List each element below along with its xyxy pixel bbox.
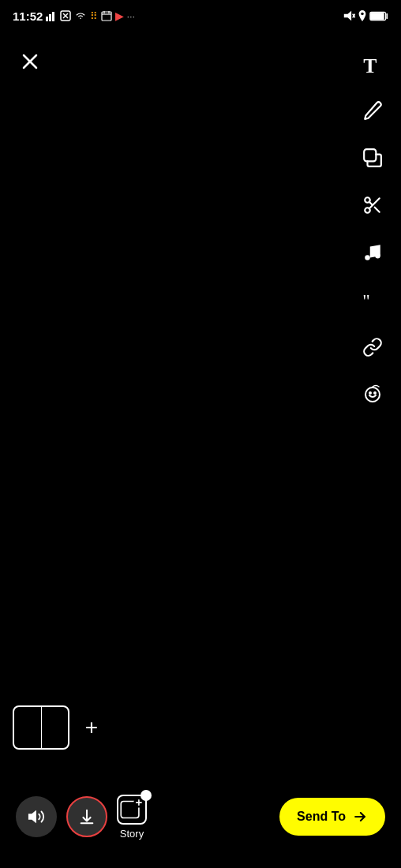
- calendar-icon: [101, 10, 112, 21]
- thumbnail-left: [14, 707, 42, 748]
- thumbnail-strip: +: [13, 705, 104, 750]
- mute-icon: [343, 10, 355, 21]
- svg-point-28: [365, 255, 370, 260]
- battery-icon: [369, 11, 388, 21]
- youtube-icon: ▶: [115, 10, 123, 22]
- wifi-icon: [74, 11, 87, 21]
- svg-rect-0: [46, 17, 48, 21]
- svg-point-31: [365, 387, 380, 402]
- close-button[interactable]: [16, 47, 44, 76]
- status-left: 11:52 ⠿ ▶ ···: [13, 9, 135, 23]
- svg-rect-15: [371, 13, 384, 20]
- signal-icon: [46, 10, 57, 21]
- music-tool-button[interactable]: [357, 237, 388, 268]
- svg-text:": ": [362, 290, 370, 311]
- svg-line-27: [369, 202, 373, 205]
- svg-point-29: [375, 253, 380, 259]
- status-bar: 11:52 ⠿ ▶ ···: [0, 0, 401, 32]
- right-toolbar: T ": [357, 47, 388, 410]
- arrow-right-icon: [352, 809, 368, 825]
- svg-rect-18: [386, 13, 388, 17]
- text-tool-button[interactable]: T: [357, 47, 388, 79]
- story-icon: [117, 795, 147, 825]
- sticker-tool-button[interactable]: [357, 142, 388, 174]
- thumbnail-frame[interactable]: [13, 705, 69, 750]
- x-box-icon: [60, 10, 71, 21]
- svg-rect-22: [364, 149, 376, 161]
- svg-point-13: [361, 13, 364, 16]
- svg-text:T: T: [363, 54, 377, 74]
- svg-rect-1: [49, 14, 51, 21]
- svg-point-32: [369, 392, 371, 394]
- svg-marker-34: [29, 812, 36, 822]
- send-to-button[interactable]: Send To: [279, 798, 385, 836]
- story-label: Story: [120, 828, 144, 840]
- sound-button[interactable]: [16, 796, 57, 837]
- story-button[interactable]: Story: [117, 795, 147, 840]
- add-clip-button[interactable]: +: [79, 715, 104, 740]
- draw-tool-button[interactable]: [357, 95, 388, 126]
- location-icon: [358, 10, 366, 21]
- status-time: 11:52: [13, 9, 43, 23]
- bitmoji-tool-button[interactable]: [357, 379, 388, 410]
- scissors-tool-button[interactable]: [357, 189, 388, 221]
- link-tool-button[interactable]: [357, 331, 388, 363]
- thumbnail-right: [42, 707, 69, 748]
- quote-tool-button[interactable]: ": [357, 284, 388, 316]
- svg-line-26: [375, 208, 380, 212]
- download-button[interactable]: [66, 796, 107, 837]
- status-right: [343, 10, 388, 21]
- send-to-label: Send To: [297, 810, 346, 824]
- dots-icon: ⠿: [90, 10, 98, 22]
- svg-marker-10: [344, 11, 351, 21]
- svg-point-33: [374, 392, 376, 394]
- svg-rect-2: [52, 12, 54, 21]
- ellipsis-icon: ···: [126, 10, 135, 22]
- svg-rect-6: [102, 12, 111, 21]
- bottom-left-buttons: Story: [16, 795, 147, 840]
- bottom-bar: Story Send To: [0, 781, 401, 868]
